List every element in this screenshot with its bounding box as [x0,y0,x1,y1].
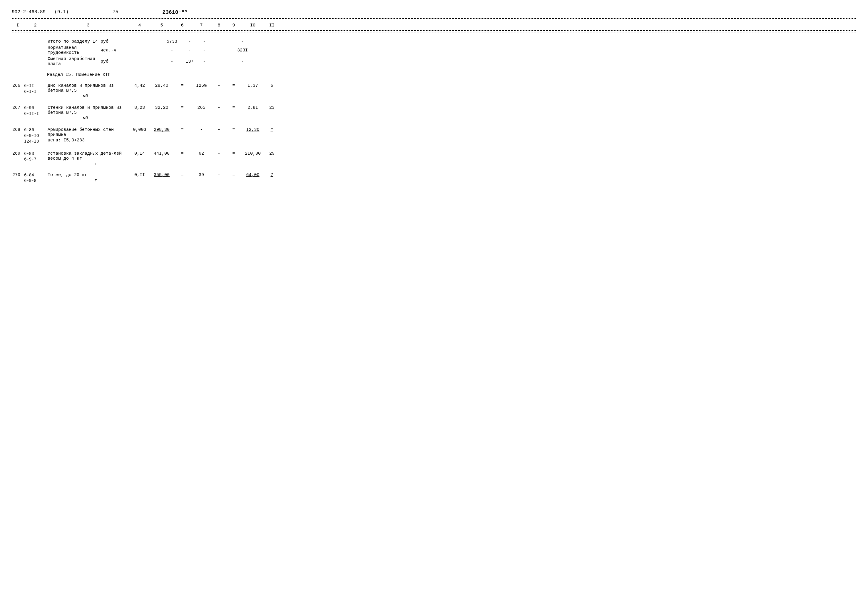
table-row: 267 6-90 6-II-I Стенки каналов и приямко… [12,102,856,122]
s2-col11: - [235,59,250,64]
row-267-col4: 8,23 [129,105,150,110]
row-266-col7: I26№ [191,83,212,88]
row-270-num: 270 [12,173,24,177]
doc-code: 902-2-468.89 [12,9,46,15]
table-row: 269 6-83 6-9-7 Установка закладных дета-… [12,148,856,168]
page-number: 75 [112,9,118,15]
row-266-col9: = [226,83,241,88]
row-269-col9: = [226,151,241,156]
s0-col7: 5733 [162,39,182,44]
section-title-row: Раздел I5. Помещение КТП [12,69,856,80]
row-270-col9: = [226,173,241,177]
row-269-col10: 2I0,00 [241,151,264,156]
s2-col8: I37 [182,59,197,64]
table-row: 266 6-II 6-I-I Дно каналов и приямков из… [12,80,856,100]
s1-col9: - [197,48,212,53]
row-268-col4: 0,003 [129,127,150,132]
row-266-codes: 6-II 6-I-I [24,83,47,94]
row-267-col5: 32,20 [150,105,173,110]
row-269-col8: - [212,151,226,156]
row-270-col6: = [173,173,191,177]
row-270-col4: 0,II [129,173,150,177]
row-268-col9: = [226,127,241,132]
row-268-col6: = [173,127,191,132]
row-268-col5: 298,30 [150,127,173,132]
row-266-col4: 4,42 [129,83,150,88]
row-268-desc: Армирование бетонных стен приямка цена: … [47,127,129,143]
row-266-col10: I,37 [241,83,264,88]
row-269-num: 269 [12,151,24,156]
s0-unit: руб [100,39,121,44]
row-269-col6: = [173,151,191,156]
row-267-col8: - [212,105,226,110]
row-270-codes: 6-84 6-9-8 [24,173,47,184]
row-267-col11: 23 [264,105,279,110]
row-269-col11: 29 [264,151,279,156]
table-row: 268 6-86 6-9-IO I24-I8 Армирование бетон… [12,124,856,146]
table-row: 270 6-84 6-9-8 То же, до 20 кг т 0,II 35… [12,170,856,186]
row-268-num: 268 [12,127,24,132]
row-267-col9: = [226,105,241,110]
row-268-codes: 6-86 6-9-IO I24-I8 [24,127,47,145]
col-header-1: I [12,23,24,28]
section-title: Раздел I5. Помещение КТП [47,72,111,77]
column-headers: I 2 3 4 5 6 7 8 9 IO II [12,21,856,31]
s2-label: Сметная заработная плата [47,56,100,66]
col-header-10: IO [241,23,264,28]
row-266-col8: - [212,83,226,88]
main-table: I 2 3 4 5 6 7 8 9 IO II Итого по разделу… [12,21,856,186]
s0-col8: - [182,39,197,44]
row-270-col10: 64,00 [241,173,264,177]
col-header-7: 7 [191,23,212,28]
row-266-col6: = [173,83,191,88]
row-270-col8: - [212,173,226,177]
row-268-col11: = [264,127,279,132]
row-267-num: 267 [12,105,24,110]
row-266-desc: Дно каналов и приямков из бетона В7,5 м3 [47,83,129,99]
col-header-11: II [264,23,279,28]
s1-unit: чел.-ч [100,48,121,53]
row-267-desc: Стенки каналов и приямков из бетона В7,5… [47,105,129,121]
col-header-3: 3 [47,23,129,28]
row-269-desc: Установка закладных дета-лей весом до 4 … [47,151,129,166]
row-268-col8: - [212,127,226,132]
row-269-col4: 0,I4 [129,151,150,156]
s0-col9: - [197,39,212,44]
row-267-col7: 265 [191,105,212,110]
row-266-col5: 28,40 [150,83,173,88]
row-268-col7: - [191,127,212,132]
s1-col11: 323I [235,48,250,53]
row-266-num: 266 [12,83,24,88]
summary-row-1: Нормативная трудоемкость чел.-ч - - - 32… [12,45,856,56]
row-269-col7: 62 [191,151,212,156]
s1-col8: - [182,48,197,53]
row-270-col7: 39 [191,173,212,177]
row-267-col10: 2,8I [241,105,264,110]
s2-col9: - [197,59,212,64]
row-269-col5: 44I,00 [150,151,173,156]
summary-section: Итого по разделу I4 руб 5733 - - - Норма… [12,35,856,69]
summary-row-2: Сметная заработная плата руб - I37 - - [12,56,856,67]
s1-col7: - [162,48,182,53]
col-header-8: 8 [212,23,226,28]
row-267-col6: = [173,105,191,110]
col-header-4: 4 [129,23,150,28]
row-270-col11: 7 [264,173,279,177]
s2-unit: руб [100,59,121,64]
s0-label: Итого по разделу I4 [47,39,100,44]
s1-label: Нормативная трудоемкость [47,45,100,55]
doc-number: 23610⁻⁰⁹ [162,9,188,15]
doc-section: (9.I) [55,9,68,15]
col-header-5: 5 [150,23,173,28]
col-header-6: 6 [173,23,191,28]
s2-col7: - [162,59,182,64]
summary-row-0: Итого по разделу I4 руб 5733 - - - [12,38,856,45]
col-header-2: 2 [24,23,47,28]
row-269-codes: 6-83 6-9-7 [24,151,47,162]
row-270-desc: То же, до 20 кг т [47,173,129,183]
s0-col11: - [235,39,250,44]
row-267-codes: 6-90 6-II-I [24,105,47,117]
row-266-col11: 6 [264,83,279,88]
row-268-col10: I2,30 [241,127,264,132]
col-header-9: 9 [226,23,241,28]
